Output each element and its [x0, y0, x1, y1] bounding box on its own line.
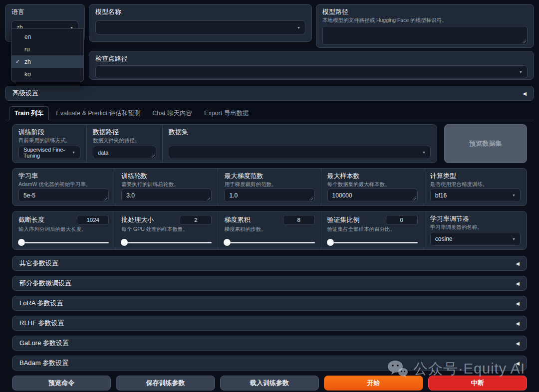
compute-type-select[interactable]: bf16 ▼ — [430, 189, 521, 202]
training-stage-description: 目前采用的训练方式。 — [18, 137, 80, 144]
slider-track[interactable] — [224, 242, 314, 243]
tab-train[interactable]: Train 列车 — [9, 106, 49, 120]
resize-grip-icon[interactable] — [522, 39, 526, 43]
checkpoint-row: 检查点路径 ▼ — [89, 51, 534, 80]
accordion-collapse-icon: ◀ — [516, 261, 520, 266]
preview-command-button[interactable]: 预览命令 — [12, 376, 111, 391]
val-size-field: 验证集比例 0 验证集占全部样本的百分比。 — [321, 211, 424, 249]
learning-rate-input[interactable]: 5e-5 — [18, 189, 109, 202]
checkpoint-path-select[interactable]: ▼ — [95, 65, 528, 78]
slider-handle[interactable] — [121, 239, 128, 246]
language-dropdown-menu: en ru ✓ zh ko — [11, 28, 84, 82]
cutoff-length-input[interactable]: 1024 — [77, 215, 109, 225]
accordion-freeze-tuning[interactable]: 部分参数微调设置 ◀ — [12, 276, 527, 291]
data-dir-input[interactable]: data — [93, 146, 156, 159]
header-row: 语言 zh ▼ 模型名称 ▼ 模型路径 本地模型的文件路径或 Hugging F… — [5, 4, 534, 48]
accordion-label: RLHF 参数设置 — [19, 319, 64, 328]
batch-size-slider[interactable] — [121, 239, 212, 246]
val-size-input[interactable]: 0 — [386, 215, 418, 225]
slider-track[interactable] — [327, 242, 418, 243]
cutoff-length-label: 截断长度 — [18, 216, 44, 224]
lr-scheduler-field: 学习率调节器 学习率调度器的名称。 cosine ▼ — [424, 211, 527, 249]
accordion-lora[interactable]: LoRA 参数设置 ◀ — [12, 296, 527, 311]
abort-button[interactable]: 中断 — [428, 376, 527, 391]
preview-dataset-button[interactable]: 预览数据集 — [444, 124, 527, 163]
language-option-ru[interactable]: ru — [11, 43, 83, 55]
checkpoint-path-panel: 检查点路径 ▼ — [89, 51, 534, 80]
accordion-label: 部分参数微调设置 — [19, 279, 71, 288]
max-samples-input[interactable]: 100000 — [327, 189, 418, 202]
compute-type-description: 是否使用混合精度训练。 — [430, 181, 521, 188]
accordion-label: GaLore 参数设置 — [19, 339, 69, 348]
cutoff-length-slider[interactable] — [18, 239, 109, 246]
resize-grip-icon[interactable] — [206, 196, 210, 200]
resize-grip-icon[interactable] — [309, 196, 313, 200]
resize-grip-icon[interactable] — [103, 196, 107, 200]
max-grad-norm-input[interactable]: 1.0 — [224, 189, 314, 202]
model-name-select[interactable]: ▼ — [95, 20, 305, 34]
max-samples-value: 100000 — [332, 192, 352, 199]
epochs-label: 训练轮数 — [121, 172, 212, 180]
lr-scheduler-select[interactable]: cosine ▼ — [430, 232, 521, 246]
batch-size-label: 批处理大小 — [121, 216, 154, 224]
accordion-label: LoRA 参数设置 — [19, 299, 63, 308]
model-path-description: 本地模型的文件路径或 Hugging Face 的模型标识符。 — [322, 17, 528, 23]
compute-type-field: 计算类型 是否使用混合精度训练。 bf16 ▼ — [424, 169, 527, 205]
accordion-galore[interactable]: GaLore 参数设置 ◀ — [12, 336, 527, 351]
val-size-slider[interactable] — [327, 239, 418, 246]
start-button[interactable]: 开始 — [324, 376, 423, 391]
chevron-down-icon: ▼ — [422, 151, 426, 154]
batch-size-field: 批处理大小 2 每个 GPU 处理的样本数量。 — [115, 211, 218, 249]
slider-handle[interactable] — [18, 239, 25, 246]
grad-accum-slider[interactable] — [224, 239, 314, 246]
max-grad-norm-field: 最大梯度范数 用于梯度裁剪的范数。 1.0 — [218, 169, 320, 205]
language-option-ko[interactable]: ko — [11, 68, 83, 80]
model-path-panel: 模型路径 本地模型的文件路径或 Hugging Face 的模型标识符。 — [316, 4, 534, 48]
training-stage-select[interactable]: Supervised Fine-Tuning ▼ — [18, 146, 80, 159]
accordion-badam[interactable]: BAdam 参数设置 ◀ — [12, 356, 527, 371]
max-samples-label: 最大样本数 — [327, 172, 418, 180]
grad-accum-input[interactable]: 8 — [283, 215, 315, 225]
epochs-field: 训练轮数 需要执行的训练总轮数。 3.0 — [115, 169, 218, 205]
hyperparameter-group: 学习率 AdamW 优化器的初始学习率。 5e-5 训练轮数 需要执行的训练总轮… — [12, 168, 527, 206]
llamafactory-webui: 语言 zh ▼ 模型名称 ▼ 模型路径 本地模型的文件路径或 Hugging F… — [0, 0, 539, 392]
max-samples-field: 最大样本数 每个数据集的最大样本数。 100000 — [321, 169, 424, 205]
slider-handle[interactable] — [327, 239, 334, 246]
compute-type-value: bf16 — [435, 192, 447, 199]
batch-size-description: 每个 GPU 处理的样本数量。 — [121, 226, 212, 232]
language-option-label: ru — [24, 46, 30, 53]
accordion-rlhf[interactable]: RLHF 参数设置 ◀ — [12, 316, 527, 331]
val-size-description: 验证集占全部样本的百分比。 — [327, 226, 418, 232]
epochs-input[interactable]: 3.0 — [121, 189, 212, 202]
cutoff-length-field: 截断长度 1024 输入序列分词后的最大长度。 — [12, 211, 115, 249]
slider-handle[interactable] — [224, 239, 231, 246]
dataset-label: 数据集 — [169, 128, 431, 136]
save-args-button[interactable]: 保存训练参数 — [116, 376, 215, 391]
accordion-collapse-icon: ◀ — [516, 321, 520, 326]
resize-grip-icon[interactable] — [412, 196, 416, 200]
cutoff-length-description: 输入序列分词后的最大长度。 — [18, 226, 109, 232]
grad-accum-description: 梯度累积的步数。 — [224, 226, 314, 232]
language-option-en[interactable]: en — [11, 30, 83, 43]
batch-size-input[interactable]: 2 — [180, 215, 212, 225]
learning-rate-description: AdamW 优化器的初始学习率。 — [18, 181, 109, 188]
max-grad-norm-label: 最大梯度范数 — [224, 172, 314, 180]
lr-scheduler-value: cosine — [435, 235, 453, 242]
accordion-extra-args[interactable]: 其它参数设置 ◀ — [12, 256, 527, 271]
slider-track[interactable] — [18, 242, 109, 243]
tab-chat[interactable]: Chat 聊天内容 — [147, 107, 197, 120]
data-dir-value: data — [98, 150, 108, 156]
dataset-select[interactable]: ▼ — [169, 146, 431, 159]
tab-export[interactable]: Export 导出数据 — [199, 107, 254, 120]
accordion-collapse-icon: ◀ — [516, 341, 520, 346]
model-path-input[interactable] — [322, 26, 528, 45]
language-option-zh[interactable]: ✓ zh — [11, 55, 83, 68]
training-stage-field: 训练阶段 目前采用的训练方式。 Supervised Fine-Tuning ▼ — [12, 125, 86, 163]
resize-grip-icon[interactable] — [150, 153, 155, 158]
accordion-label: BAdam 参数设置 — [19, 359, 68, 368]
model-path-label: 模型路径 — [322, 8, 528, 16]
tab-evaluate-predict[interactable]: Evaluate & Predict 评估和预测 — [51, 107, 145, 120]
slider-track[interactable] — [121, 242, 212, 243]
load-args-button[interactable]: 载入训练参数 — [220, 376, 319, 391]
advanced-settings-accordion[interactable]: 高级设置 ◀ — [5, 86, 534, 101]
